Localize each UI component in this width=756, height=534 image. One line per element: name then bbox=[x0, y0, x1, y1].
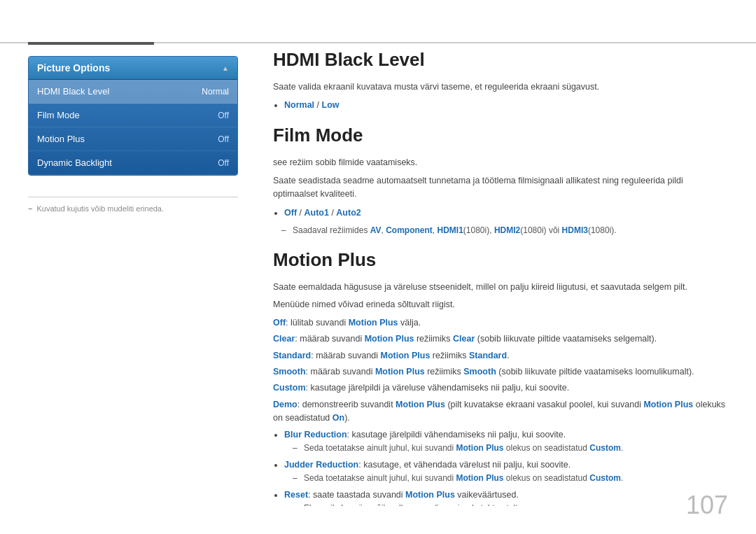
picture-options-header: Picture Options ▲ bbox=[29, 57, 237, 80]
blur-dash-list: Seda toetatakse ainult juhul, kui suvand… bbox=[304, 442, 728, 455]
film-mode-dash-list: Saadaval režiimides AV, Component, HDMI1… bbox=[293, 224, 728, 237]
page-number: 107 bbox=[686, 491, 728, 520]
film-mode-desc1: see režiim sobib filmide vaatamiseks. bbox=[273, 156, 728, 169]
motion-plus-title: Motion Plus bbox=[273, 249, 728, 271]
film-auto2-highlight: Auto2 bbox=[336, 208, 360, 218]
menu-item-label: Film Mode bbox=[37, 110, 80, 120]
film-auto1-highlight: Auto1 bbox=[304, 208, 328, 218]
header-arrow-icon: ▲ bbox=[222, 64, 229, 72]
film-mode-desc2: Saate seadistada seadme automaatselt tun… bbox=[273, 174, 728, 202]
judder-dash-list: Seda toetatakse ainult juhul, kui suvand… bbox=[304, 472, 728, 485]
hdmi-black-level-title: HDMI Black Level bbox=[273, 49, 728, 71]
menu-item-value: Off bbox=[218, 111, 229, 120]
judder-reduction-item: Judder Reduction: kasutage, et vähendada… bbox=[284, 458, 728, 485]
motion-sub-bullet-list: Blur Reduction: kasutage järelpildi vähe… bbox=[284, 428, 728, 506]
menu-item-value: Off bbox=[218, 158, 229, 168]
blur-dash-item: Seda toetatakse ainult juhul, kui suvand… bbox=[304, 442, 728, 455]
top-bar-accent bbox=[28, 42, 154, 45]
blur-reduction-item: Blur Reduction: kasutage järelpildi vähe… bbox=[284, 428, 728, 455]
reset-item: Reset: saate taastada suvandi Motion Plu… bbox=[284, 488, 728, 506]
motion-plus-desc2: Menüüde nimed võivad erineda sõltuvalt r… bbox=[273, 298, 728, 311]
menu-item-value: Off bbox=[218, 134, 229, 144]
motion-smooth-desc: Smooth: määrab suvandi Motion Plus režii… bbox=[273, 365, 728, 379]
motion-standard-desc: Standard: määrab suvandi Motion Plus rež… bbox=[273, 349, 728, 363]
reset-dash-list: Ekraanil olev värv võib selle suvandiga … bbox=[304, 502, 728, 506]
hdmi-black-level-desc: Saate valida ekraanil kuvatava musta vär… bbox=[273, 80, 728, 94]
motion-demo-desc: Demo: demonstreerib suvandit Motion Plus… bbox=[273, 398, 728, 426]
panel-note-text: Kuvatud kujutis võib mudeliti erineda. bbox=[36, 204, 164, 213]
judder-dash-item: Seda toetatakse ainult juhul, kui suvand… bbox=[304, 472, 728, 485]
menu-item-hdmi-black-level[interactable]: HDMI Black Level Normal bbox=[29, 80, 237, 104]
motion-off-desc: Off: lülitab suvandi Motion Plus välja. bbox=[273, 316, 728, 330]
film-mode-bullet-item: Off / Auto1 / Auto2 bbox=[284, 206, 728, 220]
hdmi-normal-highlight: Normal bbox=[284, 100, 314, 110]
menu-item-dynamic-backlight[interactable]: Dynamic Backlight Off bbox=[29, 151, 237, 175]
reset-dash1: Ekraanil olev värv võib selle suvandiga … bbox=[304, 502, 728, 506]
film-mode-dash-item: Saadaval režiimides AV, Component, HDMI1… bbox=[293, 224, 728, 237]
motion-custom-desc: Custom: kasutage järelpildi ja väreluse … bbox=[273, 381, 728, 395]
hdmi-bullet-list: Normal / Low bbox=[284, 98, 728, 112]
panel-divider: − Kuvatud kujutis võib mudeliti erineda. bbox=[28, 197, 238, 213]
menu-item-motion-plus[interactable]: Motion Plus Off bbox=[29, 127, 237, 151]
hdmi-bullet-item: Normal / Low bbox=[284, 98, 728, 112]
menu-item-label: Motion Plus bbox=[37, 134, 85, 144]
film-off-highlight: Off bbox=[284, 208, 297, 218]
menu-item-label: Dynamic Backlight bbox=[37, 157, 112, 168]
hdmi-low-highlight: Low bbox=[322, 100, 340, 110]
panel-note: − Kuvatud kujutis võib mudeliti erineda. bbox=[28, 204, 238, 213]
film-mode-bullet-list: Off / Auto1 / Auto2 bbox=[284, 206, 728, 220]
picture-options-menu: Picture Options ▲ HDMI Black Level Norma… bbox=[28, 56, 238, 176]
menu-item-film-mode[interactable]: Film Mode Off bbox=[29, 104, 237, 127]
motion-clear-desc: Clear: määrab suvandi Motion Plus režiim… bbox=[273, 332, 728, 346]
motion-plus-desc1: Saate eemaldada hägususe ja väreluse sts… bbox=[273, 281, 728, 294]
picture-options-title: Picture Options bbox=[37, 62, 110, 73]
menu-item-label: HDMI Black Level bbox=[37, 86, 109, 97]
menu-item-value: Normal bbox=[202, 87, 229, 97]
right-content: HDMI Black Level Saate valida ekraanil k… bbox=[273, 49, 728, 506]
film-mode-title: Film Mode bbox=[273, 125, 728, 146]
left-panel: Picture Options ▲ HDMI Black Level Norma… bbox=[28, 56, 238, 213]
